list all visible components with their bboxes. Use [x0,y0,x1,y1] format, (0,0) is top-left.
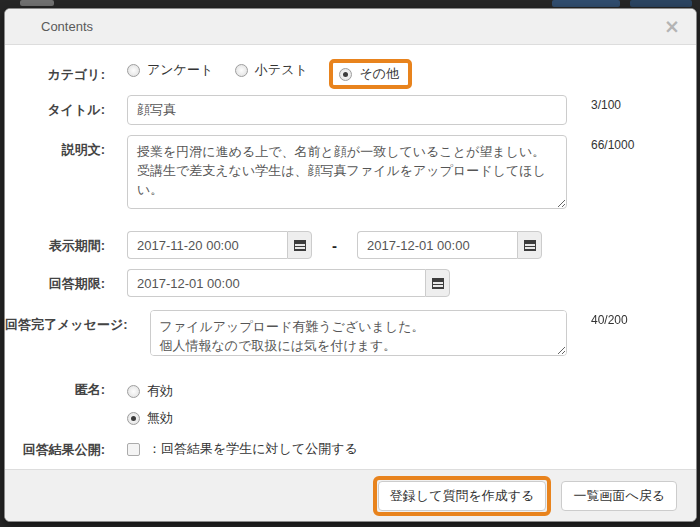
radio-option-label: 小テスト [255,61,308,79]
modal-title: Contents [41,19,93,34]
display-period-row: 表示期間: - [5,231,696,259]
completion-message-row: 回答完了メッセージ: ファイルアップロード有難うございました。 個人情報なので取… [5,310,696,359]
publish-results-label: 回答結果公開: [5,440,105,458]
deadline-input[interactable] [127,269,425,297]
publish-results-checkbox-option[interactable]: ：回答結果を学生に対して公開する [127,440,358,458]
radio-selected-icon[interactable] [127,412,140,425]
publish-results-checkbox-label: ：回答結果を学生に対して公開する [148,440,358,458]
radio-option-other[interactable]: その他 [339,65,399,83]
radio-option-label: その他 [359,65,399,83]
calendar-picker-button[interactable] [287,231,312,259]
radio-option-enabled[interactable]: 有効 [127,382,549,400]
title-char-counter: 3/100 [591,98,621,112]
radio-selected-icon[interactable] [339,68,352,81]
orange-annotation-box: その他 [329,59,412,89]
radio-icon[interactable] [127,64,140,77]
description-label: 説明文: [5,135,105,158]
anonymous-row: 匿名: 有効 無効 [5,380,696,427]
category-label: カテゴリ: [5,65,105,83]
category-row: カテゴリ: アンケート 小テスト その他 [5,59,696,89]
period-separator: - [332,237,337,254]
title-input[interactable] [127,95,567,125]
radio-option-disabled[interactable]: 無効 [127,409,549,427]
back-to-list-button[interactable]: 一覧画面へ戻る [561,481,677,511]
anonymous-label: 匿名: [5,380,105,398]
completion-char-counter: 40/200 [591,313,628,327]
calendar-picker-button[interactable] [517,231,542,259]
answer-deadline-row: 回答期限: [5,269,696,297]
contents-modal: Contents × カテゴリ: アンケート 小テスト その他 [4,8,697,522]
background-artifact [20,0,54,6]
radio-icon[interactable] [235,64,248,77]
radio-option-label: アンケート [147,61,213,79]
background-button-artifact [552,0,620,7]
orange-annotation-box: 登録して質問を作成する [373,476,552,516]
radio-icon[interactable] [127,385,140,398]
calendar-picker-button[interactable] [425,269,450,297]
description-textarea[interactable]: 授業を円滑に進める上で、名前と顔が一致していることが望ましい。 受講生で差支えな… [127,135,567,209]
modal-body: カテゴリ: アンケート 小テスト その他 [5,45,696,469]
background-button-artifact [630,0,692,7]
close-icon[interactable]: × [664,17,680,36]
category-options: アンケート 小テスト その他 [127,59,567,89]
display-period-label: 表示期間: [5,231,105,254]
title-row: タイトル: 3/100 [5,95,696,125]
completion-message-label: 回答完了メッセージ: [5,310,128,333]
period-start-input[interactable] [127,231,287,259]
description-char-counter: 66/1000 [591,138,634,152]
description-row: 説明文: 授業を円滑に進める上で、名前と顔が一致していることが望ましい。 受講生… [5,135,696,212]
publish-results-row: 回答結果公開: ：回答結果を学生に対して公開する [5,440,696,459]
answer-deadline-label: 回答期限: [5,269,105,292]
checkbox-icon[interactable] [127,443,140,456]
radio-option-label: 無効 [147,409,173,427]
modal-footer: 登録して質問を作成する 一覧画面へ戻る [5,469,696,521]
radio-option-survey[interactable]: アンケート [127,61,213,79]
radio-option-quiz[interactable]: 小テスト [235,61,308,79]
calendar-icon [294,240,306,251]
completion-message-textarea[interactable]: ファイルアップロード有難うございました。 個人情報なので取扱には気を付けます。 [150,310,567,356]
modal-header: Contents × [5,9,696,45]
title-label: タイトル: [5,95,105,118]
calendar-icon [524,240,536,251]
calendar-icon [432,278,444,289]
register-and-create-question-button[interactable]: 登録して質問を作成する [378,481,547,511]
radio-option-label: 有効 [147,382,173,400]
period-end-input[interactable] [357,231,517,259]
